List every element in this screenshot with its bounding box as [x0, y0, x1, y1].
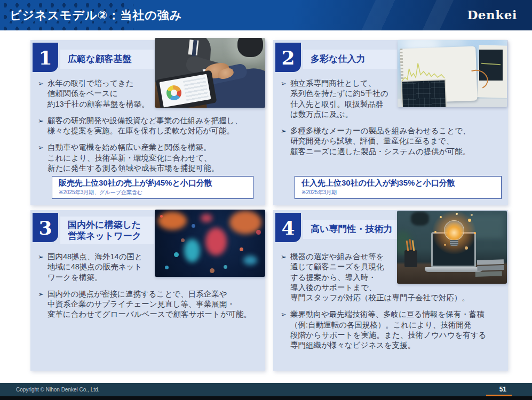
- lightbulb: [444, 220, 464, 241]
- card-number: 3: [38, 217, 52, 239]
- digital-world-map-photo: [155, 210, 265, 277]
- card-title-band: 多彩な仕入力: [303, 50, 397, 69]
- strength-card-1: 1 広範な顧客基盤 ➢永年の取引で培ってきた 信頼関係をベースに 約13千社の顧…: [30, 40, 265, 205]
- head-right: [237, 38, 263, 57]
- highlight-box: 仕入先上位30社の仕入が約35%と小口分散 ※2025年3月期: [295, 176, 502, 199]
- arrow-bullet-icon: ➢: [281, 252, 287, 303]
- continent-north-america: [158, 212, 187, 230]
- bullet-text: 独立系専門商社として、 系列色を持たずに約5千社の 仕入先と取引。取扱製品群 は…: [290, 78, 388, 119]
- card-title: 多彩な仕入力: [311, 53, 365, 65]
- bullet-item: ➢国内外の拠点が密接に連携することで、日系企業や 中資系企業のサプライチェーン見…: [38, 289, 261, 320]
- copyright-text: Copyright © Nihon Denkei Co., Ltd.: [16, 383, 99, 396]
- arrow-bullet-icon: ➢: [38, 142, 44, 173]
- card-number: 2: [281, 46, 295, 69]
- arrow-bullet-icon: ➢: [281, 78, 287, 119]
- bullet-text: 国内外の拠点が密接に連携することで、日系企業や 中資系企業のサプライチェーン見直…: [47, 289, 251, 320]
- highlight-note: ※2025年3月期: [301, 189, 496, 196]
- slide-footer: Copyright © Nihon Denkei Co., Ltd. 51: [0, 383, 532, 396]
- instrument-screen: [401, 79, 447, 107]
- spreadsheet-rows: [183, 77, 209, 101]
- slide-header: ビジネスモデル②：当社の強み Denkei: [0, 0, 532, 30]
- card-title-band: 国内外に構築した 営業ネットワーク: [60, 217, 154, 244]
- bottom-edge-strip: [0, 396, 532, 400]
- measurement-instruments-photo: [398, 40, 507, 107]
- card-number-badge: 4: [275, 213, 301, 242]
- arrow-bullet-icon: ➢: [38, 289, 44, 320]
- arrow-bullet-icon: ➢: [281, 126, 287, 157]
- card-number-badge: 2: [275, 43, 301, 72]
- bullet-text: 顧客の研究開発や設備投資など事業の仕組みを把握し、 様々な提案を実施。在庫を保有…: [47, 116, 242, 137]
- bullet-item: ➢業界動向や最先端技術等、多岐に亘る情報を保有・蓄積 （例:自動運転の各国規格）…: [281, 309, 504, 350]
- continent-europe: [201, 214, 212, 222]
- bokeh-dots: [160, 215, 163, 218]
- highlight-box: 販売先上位30社の売上が約45%と小口分散 ※2025年3月期、グループ企業含む: [52, 176, 253, 199]
- pencil-cup: [404, 250, 417, 267]
- bullet-item: ➢自動車や電機を始め幅広い産業と関係を構築。 これにより、技術革新・環境変化に合…: [38, 142, 261, 173]
- arrow-bullet-icon: ➢: [38, 78, 44, 109]
- continent-africa: [205, 228, 227, 255]
- card-title: 広範な顧客基盤: [68, 53, 131, 65]
- bullet-text: 永年の取引で培ってきた 信頼関係をベースに 約13千社の顧客基盤を構築。: [47, 78, 149, 109]
- card-number-badge: 1: [33, 43, 58, 72]
- bullet-item: ➢顧客の研究開発や設備投資など事業の仕組みを把握し、 様々な提案を実施。在庫を保…: [38, 116, 261, 137]
- bullet-item: ➢多種多様なメーカーの製品を組み合わせることで、 研究開発から試験、評価、量産化…: [281, 126, 504, 157]
- highlight-note: ※2025年3月期、グループ企業含む: [59, 189, 248, 196]
- sparks: [440, 216, 442, 218]
- denkei-logo: Denkei: [467, 7, 517, 22]
- card-number: 1: [38, 46, 52, 69]
- arrow-bullet-icon: ➢: [38, 116, 44, 137]
- bullet-text: 国内48拠点、海外14の国と 地域に48拠点の販売ネット ワークを構築。: [47, 252, 142, 283]
- strength-card-2: 2 多彩な仕入力 ➢独立系専門商社として、 系列色を持たずに約5千社の 仕入先と…: [273, 40, 508, 205]
- continent-asia: [229, 211, 261, 234]
- strength-card-4: 4 高い専門性・技術力 ➢機器の選定や組み合せ等を 通じて顧客ニーズを具現化 す…: [273, 210, 508, 371]
- highlight-text: 仕入先上位30社の仕入が約35%と小口分散: [301, 178, 496, 188]
- desk-lamp: [411, 212, 429, 226]
- slide-business-model-strengths: { "header": { "title": "ビジネスモデル②：当社の強み",…: [0, 0, 532, 400]
- continent-australia: [243, 255, 257, 265]
- laptop-lightbulb-photo: [397, 211, 507, 284]
- bullet-text: 自動車や電機を始め幅広い産業と関係を構築。 これにより、技術革新・環境変化に合わ…: [47, 142, 219, 173]
- bullet-text: 多種多様なメーカーの製品を組み合わせることで、 研究開発から試験、評価、量産化に…: [290, 126, 471, 157]
- card-number: 4: [281, 217, 295, 239]
- card-title: 国内外に構築した 営業ネットワーク: [68, 219, 141, 242]
- bullet-text: 業界動向や最先端技術等、多岐に亘る情報を保有・蓄積 （例:自動運転の各国規格）。…: [290, 309, 487, 350]
- book-stack: [477, 259, 504, 265]
- laptop-keyboard: [425, 267, 482, 272]
- continent-south-america: [184, 239, 200, 262]
- bulb-base: [450, 240, 458, 246]
- card-title-band: 広範な顧客基盤: [60, 50, 154, 69]
- card-number-badge: 3: [33, 213, 58, 242]
- page-title: ビジネスモデル②：当社の強み: [10, 7, 182, 23]
- spectrum-analyzer: [400, 46, 477, 103]
- arrow-bullet-icon: ➢: [281, 309, 287, 350]
- arrow-bullet-icon: ➢: [38, 252, 44, 283]
- waveform-trace: [400, 47, 446, 91]
- highlight-text: 販売先上位30社の売上が約45%と小口分散: [59, 178, 248, 188]
- business-handshake-photo: [155, 38, 265, 108]
- card-title: 高い専門性・技術力: [311, 223, 392, 235]
- card-title-band: 高い専門性・技術力: [303, 220, 397, 239]
- strength-card-3: 3 国内外に構築した 営業ネットワーク ➢国内48拠点、海外14の国と 地域に4…: [30, 210, 265, 371]
